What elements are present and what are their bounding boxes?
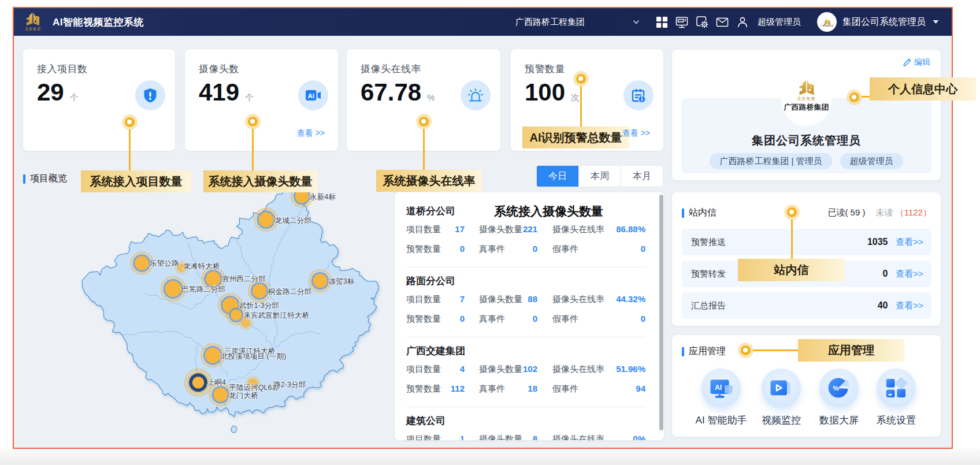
stat-card-label: 预警数量 — [525, 62, 565, 76]
stat-value: 102 — [491, 364, 537, 374]
map-label-2: 乐望公路 — [150, 259, 179, 267]
company-section-3: 建筑公司项目数量1摄像头数量8摄像头在线率0% — [406, 414, 646, 427]
message-row-view-link[interactable]: 查看>> — [896, 300, 923, 311]
stat-label: 假事件 — [552, 384, 578, 395]
app-icon-glyph: % — [827, 377, 851, 400]
company-name: 路面分公司 — [406, 274, 646, 288]
edit-link[interactable]: 编辑 — [903, 57, 930, 68]
chevron-down-icon — [632, 18, 640, 26]
stat-value: 221 — [491, 224, 537, 234]
callout-ring-hole — [789, 210, 794, 214]
callout-label: AI识别预警总数量 — [522, 127, 629, 148]
stat-card-value: 419 — [199, 80, 239, 105]
message-row-view-link[interactable]: 查看>> — [896, 269, 923, 280]
app-item-1[interactable]: 视频监控 — [753, 369, 809, 427]
mail-icon[interactable] — [716, 16, 729, 28]
message-row-view-link[interactable]: 查看>> — [896, 237, 923, 248]
org-logo-org-text: 广西路桥集团 — [784, 102, 829, 113]
company-select[interactable]: 广西路桥工程集团 — [515, 17, 640, 28]
stat-value: 112 — [418, 384, 465, 393]
brand-logo-subtext: 北投集团 — [25, 27, 41, 32]
callout-ring — [847, 90, 862, 105]
app-item-3[interactable]: 系统设置 — [868, 369, 924, 427]
ai-camera-icon: AI — [298, 80, 328, 110]
stat-value: 0 — [599, 314, 645, 323]
unread-count[interactable]: （1122） — [896, 207, 931, 217]
callout-ring — [122, 114, 138, 130]
callout-ring-hole — [743, 348, 748, 352]
app-item-2[interactable]: %数据大屏 — [811, 369, 867, 427]
app-icon-glyph — [884, 377, 908, 400]
stat-card-unit: 个 — [70, 92, 79, 103]
personal-info-card: 编辑 北投集团 广西路桥集团 集团公司系统管理员 广西路桥工程集团 | 管理员超… — [672, 50, 941, 180]
siren-icon — [461, 80, 491, 110]
message-row-count: 0 — [883, 269, 888, 279]
stat-card-unit: 次 — [571, 92, 580, 103]
avatar-subtext: 广西路桥集团 — [821, 24, 833, 27]
guangxi-map[interactable]: 永新4标龙城二分部乐望公路龙滩特大桥宜州西二分部巴芜路二分部桐金路二分部连贺3标… — [80, 185, 383, 438]
map-label-12: 上峒4 — [207, 378, 226, 386]
user-icon[interactable] — [736, 16, 749, 28]
map-label-8: 武忻1-3分部 — [239, 302, 279, 310]
unread-label[interactable]: 未读 — [876, 207, 893, 217]
callout-ring-mid — [741, 345, 751, 355]
callout-ring-mid — [787, 207, 797, 217]
tab-2[interactable]: 本月 — [621, 166, 663, 187]
dashboard-screenshot: 北投集团 AI智能视频监控系统 广西路桥工程集团 超级管理员 广西路桥集团 集团… — [0, 0, 980, 465]
svg-text:%: % — [833, 384, 839, 392]
apps-grid-icon[interactable] — [655, 16, 668, 28]
app-ai-assistant-icon: AI — [701, 369, 741, 408]
map-label-7: 连贺3标 — [328, 277, 354, 285]
view-link[interactable]: 查看 >> — [622, 128, 650, 139]
svg-text:AI: AI — [308, 92, 314, 99]
monitor-icon[interactable] — [675, 16, 688, 28]
stat-label: 摄像头在线率 — [552, 224, 604, 235]
company-stats-panel: 系统接入摄像头数量 道桥分公司项目数量17摄像头数量221摄像头在线率86.88… — [395, 192, 664, 440]
app-item-0[interactable]: AIAI 智能助手 — [693, 369, 749, 427]
tab-1[interactable]: 本周 — [578, 166, 621, 187]
stat-card-value: 29 — [37, 80, 64, 105]
stat-value: 0 — [491, 244, 537, 254]
edit-link-label: 编辑 — [914, 57, 930, 68]
app-item-label: 视频监控 — [762, 414, 801, 427]
callout-ring-mid — [849, 92, 859, 102]
overview-title-text: 项目概览 — [30, 173, 67, 185]
stat-value: 0 — [491, 314, 537, 323]
stat-label: 摄像头在线率 — [552, 364, 604, 375]
app-icon-glyph — [769, 377, 793, 400]
avatar[interactable]: 广西路桥集团 — [817, 12, 837, 32]
stat-label: 假事件 — [552, 314, 578, 325]
user-menu[interactable]: 集团公司系统管理员 — [842, 16, 939, 28]
avatar-logo-icon — [823, 17, 831, 24]
callout-ring-mid — [576, 74, 586, 84]
callout-ring — [416, 114, 432, 129]
callout-ring-mid — [419, 117, 429, 127]
stat-value: 8 — [491, 434, 537, 440]
company-stats-row: 预警数量0真事件0假事件0 — [406, 244, 646, 254]
company-stats-row: 项目数量7摄像头数量88摄像头在线率44.32% — [406, 294, 646, 304]
brand-logo: 北投集团 — [21, 12, 44, 32]
role-tag-1: 超级管理员 — [840, 153, 903, 169]
callout-line — [753, 349, 803, 351]
view-link[interactable]: 查看 >> — [297, 128, 325, 139]
stat-value: 18 — [491, 384, 537, 393]
company-section-1: 路面分公司项目数量7摄像头数量88摄像头在线率44.32%预警数量0真事件0假事… — [406, 274, 646, 288]
document-settings-icon[interactable] — [696, 16, 708, 28]
scrollbar-thumb[interactable] — [659, 195, 663, 430]
message-row-count: 40 — [878, 300, 888, 311]
message-row-label: 预警推送 — [691, 237, 726, 248]
stat-value: 88 — [491, 294, 537, 304]
role-tag-0: 广西路桥工程集团 | 管理员 — [710, 153, 831, 169]
callout-label: 站内信 — [738, 259, 845, 281]
calendar-info-icon — [623, 80, 654, 110]
message-row-label: 汇总报告 — [691, 300, 726, 311]
map-label-15: 龙门大桥 — [229, 392, 258, 400]
read-count[interactable]: 已读( 59 ) — [827, 207, 865, 217]
stat-label: 假事件 — [552, 244, 578, 255]
divider — [406, 267, 646, 267]
tab-0[interactable]: 今日 — [537, 166, 578, 187]
map-marker-1[interactable] — [254, 208, 278, 232]
callout-ring-hole — [578, 76, 583, 81]
callout-ring-hole — [127, 120, 132, 124]
overview-title: 项目概览 — [23, 173, 67, 185]
